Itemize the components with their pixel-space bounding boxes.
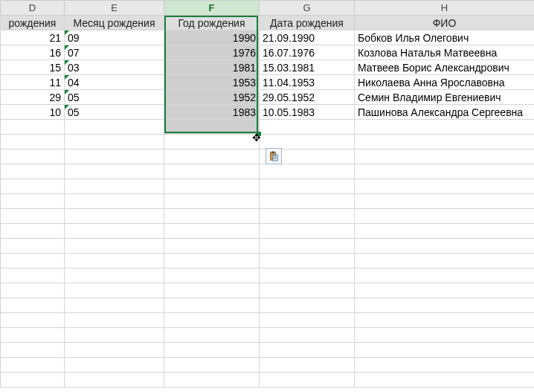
cell[interactable] [164,164,260,179]
cell[interactable]: Николаева Анна Ярославовна [355,75,535,90]
cell[interactable]: 03 [65,60,164,75]
cell[interactable] [1,269,65,283]
cell[interactable] [355,120,535,135]
cell[interactable] [164,224,260,239]
table-row[interactable] [1,358,535,373]
cell[interactable] [164,358,260,373]
cell[interactable] [65,239,164,254]
table-row[interactable]: 1104195311.04.1953Николаева Анна Ярослав… [1,75,535,90]
fill-handle[interactable] [257,132,261,136]
cell[interactable]: 07 [65,45,164,60]
table-row[interactable] [1,254,535,269]
cell[interactable] [355,239,535,254]
cell[interactable]: 04 [65,75,164,90]
cell[interactable] [1,239,65,254]
cell[interactable] [65,120,164,135]
cell[interactable] [260,283,355,298]
cell[interactable] [65,254,164,269]
table-row[interactable] [1,164,535,179]
cell[interactable] [260,373,355,388]
cell[interactable] [164,343,260,358]
table-row[interactable] [1,269,535,283]
table-row[interactable] [1,120,535,135]
cell[interactable] [1,135,65,150]
table-row[interactable] [1,283,535,298]
cell[interactable] [65,269,164,283]
cell[interactable] [65,164,164,179]
table-row[interactable]: 2109199021.09.1990Бобков Илья Олегович [1,30,535,45]
cell[interactable] [65,313,164,328]
cell[interactable] [65,150,164,164]
cell[interactable]: 29.05.1952 [260,90,355,105]
table-row[interactable] [1,328,535,343]
cell[interactable]: Козлова Наталья Матвеевна [355,45,535,60]
table-row[interactable] [1,298,535,313]
cell[interactable] [164,194,260,209]
cell[interactable]: 10 [1,105,65,120]
cell[interactable] [1,120,65,135]
table-row[interactable] [1,373,535,388]
cell[interactable] [1,328,65,343]
cell[interactable]: 15 [1,60,65,75]
header-label-cell[interactable]: ФИО [355,16,535,30]
cell[interactable] [164,373,260,388]
cell[interactable]: 16.07.1976 [260,45,355,60]
cell[interactable] [65,373,164,388]
cell[interactable]: 21.09.1990 [260,30,355,45]
cell[interactable]: Пашинова Александра Сергеевна [355,105,535,120]
table-row[interactable] [1,224,535,239]
cell[interactable]: 1990 [164,30,260,45]
cell[interactable] [65,224,164,239]
spreadsheet-grid[interactable]: DEFGH рожденияМесяц рожденияГод рождения… [0,0,534,388]
cell[interactable] [260,254,355,269]
cell[interactable] [65,209,164,224]
cell[interactable] [164,328,260,343]
cell[interactable] [65,358,164,373]
cell[interactable] [260,313,355,328]
cell[interactable] [355,224,535,239]
cell[interactable] [164,239,260,254]
cell[interactable] [260,343,355,358]
cell[interactable] [1,179,65,194]
cell[interactable]: 29 [1,90,65,105]
cell[interactable] [65,179,164,194]
cell[interactable] [1,373,65,388]
table-row[interactable] [1,343,535,358]
cell[interactable]: 21 [1,30,65,45]
cell[interactable] [355,209,535,224]
cell[interactable] [355,313,535,328]
cell[interactable]: 1981 [164,60,260,75]
cell[interactable]: 1953 [164,75,260,90]
cell[interactable] [355,254,535,269]
cell[interactable] [260,135,355,150]
column-header-H[interactable]: H [355,1,535,16]
cell[interactable] [260,239,355,254]
cell[interactable] [260,328,355,343]
cell[interactable] [1,209,65,224]
column-header-D[interactable]: D [1,1,65,16]
table-row[interactable] [1,313,535,328]
cell[interactable] [260,164,355,179]
cell[interactable]: 1976 [164,45,260,60]
cell[interactable] [260,179,355,194]
header-label-cell[interactable]: Дата рождения [260,16,355,30]
cell[interactable] [164,135,260,150]
cell[interactable] [260,194,355,209]
cell[interactable]: 05 [65,90,164,105]
paste-options-button[interactable] [266,148,282,164]
cell[interactable] [1,283,65,298]
cell[interactable] [1,358,65,373]
cell[interactable] [65,328,164,343]
cell[interactable] [164,283,260,298]
cell[interactable] [355,328,535,343]
cell[interactable]: 1952 [164,90,260,105]
header-label-row[interactable]: рожденияМесяц рожденияГод рожденияДата р… [1,16,535,30]
column-header-row[interactable]: DEFGH [1,1,535,16]
cell[interactable] [164,254,260,269]
cell[interactable] [164,120,260,135]
table-row[interactable]: 1503198115.03.1981Матвеев Борис Александ… [1,60,535,75]
header-label-cell[interactable]: Месяц рождения [65,16,164,30]
cell[interactable] [355,194,535,209]
cell[interactable]: Матвеев Борис Александрович [355,60,535,75]
cell[interactable]: 15.03.1981 [260,60,355,75]
